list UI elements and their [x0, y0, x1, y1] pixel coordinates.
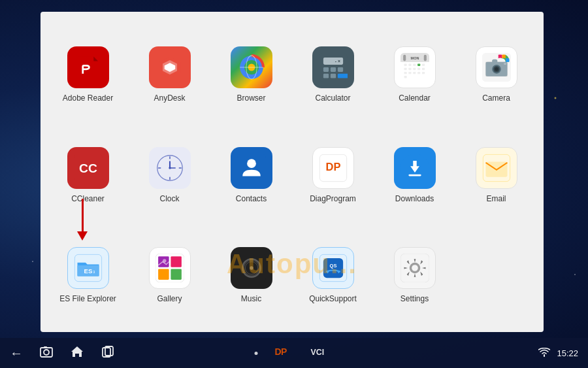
svg-rect-26	[417, 64, 420, 66]
svg-rect-14	[323, 74, 328, 78]
app-icon-clock	[149, 147, 191, 189]
app-item-adobe-reader[interactable]: Adobe Reader	[47, 25, 129, 125]
wifi-icon	[538, 348, 550, 359]
svg-rect-13	[337, 67, 342, 72]
svg-rect-21	[423, 55, 426, 61]
app-label-browser: Browser	[237, 93, 265, 103]
app-label-downloads: Downloads	[395, 194, 434, 203]
app-label-es-file-explorer: ES File Explorer	[59, 294, 116, 303]
app-icon-quicksupport: QS	[312, 247, 354, 289]
svg-point-58	[247, 159, 256, 168]
svg-rect-16	[337, 74, 347, 78]
svg-rect-23	[404, 64, 406, 66]
app-icon-camera	[476, 46, 517, 88]
svg-rect-63	[408, 174, 421, 176]
app-label-quicksupport: QuickSupport	[309, 294, 357, 303]
app-label-ccleaner: CCleaner	[71, 194, 105, 203]
svg-rect-27	[422, 64, 425, 66]
app-item-calendar[interactable]: MON	[374, 25, 455, 125]
app-item-camera[interactable]: Camera	[455, 25, 537, 125]
taskbar-left: ←	[10, 344, 115, 362]
app-item-music[interactable]: Music	[210, 226, 292, 326]
svg-text:QS: QS	[329, 263, 336, 269]
app-icon-music	[231, 247, 272, 289]
app-icon-contacts	[231, 147, 272, 189]
svg-text:- ×: - ×	[335, 59, 340, 64]
app-item-diagprogram[interactable]: DP DiagProgram	[292, 125, 374, 225]
dp-shortcut[interactable]: DP	[274, 344, 294, 361]
arrow-line	[82, 199, 84, 231]
app-label-calculator: Calculator	[315, 93, 350, 103]
app-label-diagprogram: DiagProgram	[310, 194, 356, 203]
app-icon-settings	[394, 247, 436, 289]
app-label-email: Email	[486, 194, 506, 203]
app-icon-browser	[231, 46, 272, 88]
svg-point-56	[169, 167, 171, 169]
svg-text:DP: DP	[325, 161, 340, 173]
svg-rect-38	[404, 76, 406, 78]
recents-button[interactable]	[101, 344, 115, 362]
svg-rect-31	[417, 68, 420, 70]
svg-rect-15	[330, 74, 335, 78]
app-icon-diagprogram: DP	[312, 147, 354, 189]
app-label-contacts: Contacts	[236, 194, 267, 203]
app-icon-es-file-explorer: ES 3	[67, 247, 109, 289]
app-item-settings[interactable]: Settings	[374, 226, 455, 326]
app-label-camera: Camera	[482, 93, 510, 103]
app-icon-adobe-reader	[67, 46, 109, 88]
taskbar-dot	[255, 352, 258, 355]
svg-rect-74	[171, 256, 182, 267]
app-icon-email	[476, 147, 517, 189]
home-button[interactable]	[70, 344, 84, 362]
app-grid: Adobe Reader AnyDesk	[41, 12, 544, 332]
app-icon-calculator: - ×	[312, 46, 354, 88]
app-item-downloads[interactable]: Downloads	[374, 125, 455, 225]
app-item-anydesk[interactable]: AnyDesk	[129, 25, 210, 125]
app-item-ccleaner[interactable]: CC CCleaner	[47, 125, 129, 225]
app-item-browser[interactable]: Browser	[210, 25, 292, 125]
svg-point-92	[44, 350, 49, 355]
svg-rect-93	[44, 346, 47, 348]
arrow-head	[77, 231, 88, 241]
svg-rect-24	[408, 64, 411, 66]
svg-text:MON: MON	[410, 57, 419, 61]
svg-point-90	[412, 265, 418, 271]
svg-rect-44	[492, 59, 497, 63]
taskbar-center: DP VCI	[255, 344, 334, 361]
screenshot-button[interactable]	[39, 344, 54, 362]
svg-text:3: 3	[92, 269, 95, 274]
app-icon-downloads	[394, 147, 436, 189]
app-item-calculator[interactable]: - × Calculator	[292, 25, 374, 125]
app-icon-gallery	[149, 247, 191, 289]
svg-rect-91	[41, 348, 52, 357]
app-label-settings: Settings	[400, 294, 429, 303]
app-label-clock: Clock	[159, 194, 179, 203]
svg-rect-28	[404, 68, 406, 70]
status-time: 15:22	[557, 348, 578, 358]
svg-rect-29	[408, 68, 411, 70]
app-item-quicksupport[interactable]: QS QuickSupport	[292, 226, 374, 326]
app-launcher-window: Adobe Reader AnyDesk	[41, 12, 544, 332]
app-item-contacts[interactable]: Contacts	[210, 125, 292, 225]
back-button[interactable]: ←	[10, 346, 23, 361]
svg-text:DP: DP	[275, 346, 287, 357]
app-label-gallery: Gallery	[157, 294, 182, 303]
app-item-es-file-explorer[interactable]: ES 3 ES File Explorer	[47, 226, 129, 326]
svg-rect-37	[422, 72, 425, 74]
app-item-clock[interactable]: Clock	[129, 125, 210, 225]
svg-point-43	[495, 67, 498, 71]
svg-text:CC: CC	[79, 161, 97, 175]
svg-rect-45	[504, 63, 506, 65]
svg-rect-12	[330, 67, 335, 72]
svg-rect-35	[413, 72, 416, 74]
svg-rect-33	[404, 72, 406, 74]
svg-rect-20	[403, 55, 406, 61]
app-item-empty	[455, 226, 537, 326]
app-item-gallery[interactable]: Gallery	[129, 226, 210, 326]
taskbar: ← DP VCI	[0, 338, 588, 368]
svg-text:VCI: VCI	[311, 348, 325, 357]
svg-rect-25	[413, 64, 416, 66]
svg-text:ES: ES	[84, 267, 92, 275]
app-item-email[interactable]: Email	[455, 125, 537, 225]
vci-shortcut[interactable]: VCI	[310, 344, 334, 361]
